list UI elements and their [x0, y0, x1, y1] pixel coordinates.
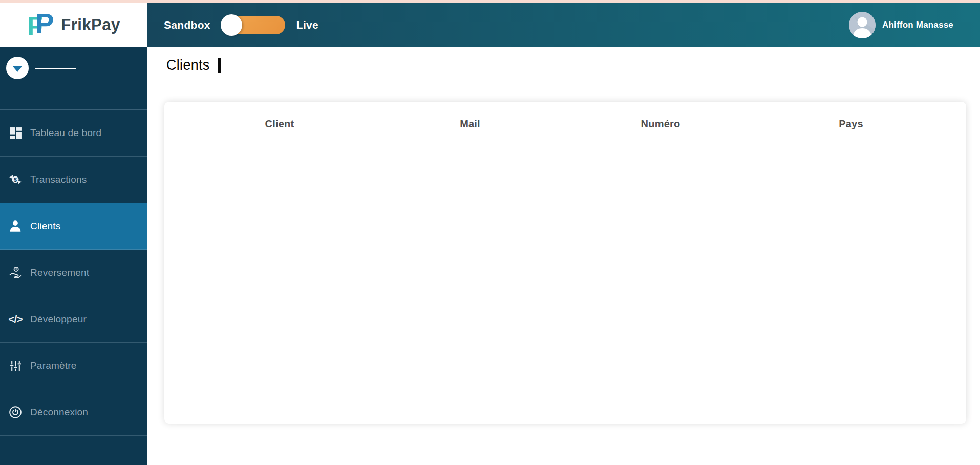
- user-name: Ahiffon Manasse: [882, 20, 953, 30]
- sidebar-item-label: Développeur: [30, 314, 87, 325]
- brand-name: FrikPay: [61, 16, 120, 34]
- sidebar-item-reversement[interactable]: Reversement: [0, 250, 147, 296]
- dashboard-icon: [7, 127, 24, 140]
- logout-icon: [7, 406, 24, 419]
- account-dropdown-button[interactable]: [6, 57, 29, 79]
- main-content: Clients Client Mail Numéro Pays: [147, 47, 980, 465]
- sidebar-item-parametre[interactable]: Paramètre: [0, 343, 147, 389]
- clients-table: Client Mail Numéro Pays: [184, 108, 946, 138]
- brand-logo[interactable]: F P FrikPay: [0, 3, 147, 47]
- sidebar-item-transactions[interactable]: $ Transactions: [0, 157, 147, 203]
- sidebar-item-label: Reversement: [30, 267, 89, 278]
- column-header-pays: Pays: [756, 108, 946, 138]
- sidebar-item-label: Déconnexion: [30, 407, 88, 418]
- sidebar-item-label: Transactions: [30, 174, 87, 185]
- sidebar-item-deconnexion[interactable]: Déconnexion: [0, 389, 147, 436]
- column-header-mail: Mail: [375, 108, 565, 138]
- svg-text:$: $: [14, 177, 17, 183]
- title-cursor-bar: [218, 58, 221, 73]
- sidebar-item-clients[interactable]: Clients: [0, 203, 147, 250]
- sidebar-item-developpeur[interactable]: </> Développeur: [0, 296, 147, 343]
- frikpay-logo-icon: F P: [27, 9, 54, 41]
- toggle-knob[interactable]: [221, 14, 242, 36]
- sidebar-item-tableau-de-bord[interactable]: Tableau de bord: [0, 110, 147, 157]
- clients-icon: [7, 219, 24, 233]
- page-title: Clients: [166, 57, 210, 73]
- topbar: Sandbox Live Ahiffon Manasse: [147, 3, 980, 47]
- column-header-client: Client: [184, 108, 375, 138]
- sidebar-item-label: Clients: [30, 220, 60, 232]
- content-row: Tableau de bord $ Transactions: [0, 47, 980, 465]
- logo-letter-p: P: [35, 9, 54, 38]
- live-label: Live: [296, 19, 318, 31]
- sidebar-item-label: Paramètre: [30, 360, 77, 371]
- clients-table-card: Client Mail Numéro Pays: [164, 102, 966, 424]
- settings-icon: [7, 360, 24, 372]
- header: F P FrikPay Sandbox Live: [0, 3, 980, 47]
- table-header-row: Client Mail Numéro Pays: [184, 108, 946, 138]
- account-placeholder-line: [35, 68, 76, 69]
- sidebar: Tableau de bord $ Transactions: [0, 47, 147, 465]
- sandbox-label: Sandbox: [164, 19, 210, 31]
- sidebar-item-label: Tableau de bord: [30, 127, 101, 139]
- column-header-numero: Numéro: [565, 108, 756, 138]
- user-avatar[interactable]: [849, 12, 876, 38]
- chevron-down-icon: [13, 66, 22, 72]
- user-menu[interactable]: Ahiffon Manasse: [849, 12, 953, 38]
- sidebar-account-block: [0, 47, 147, 110]
- transactions-icon: $: [7, 173, 24, 186]
- page-title-row: Clients: [166, 57, 221, 73]
- developer-icon: </>: [7, 313, 24, 325]
- payout-icon: [7, 266, 24, 279]
- environment-toggle[interactable]: [222, 16, 285, 34]
- app-root: F P FrikPay Sandbox Live: [0, 0, 980, 465]
- avatar-person-icon: [849, 12, 876, 38]
